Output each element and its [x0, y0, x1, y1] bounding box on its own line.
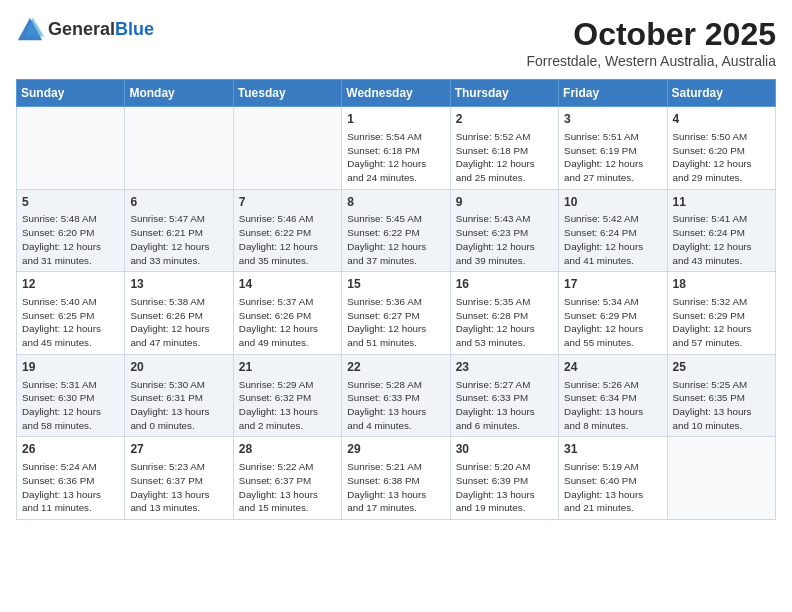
- day-info: Sunrise: 5:46 AM Sunset: 6:22 PM Dayligh…: [239, 212, 336, 267]
- day-info: Sunrise: 5:54 AM Sunset: 6:18 PM Dayligh…: [347, 130, 444, 185]
- day-number: 30: [456, 441, 553, 458]
- day-info: Sunrise: 5:40 AM Sunset: 6:25 PM Dayligh…: [22, 295, 119, 350]
- calendar-day-header: Wednesday: [342, 80, 450, 107]
- day-number: 31: [564, 441, 661, 458]
- day-number: 13: [130, 276, 227, 293]
- day-info: Sunrise: 5:34 AM Sunset: 6:29 PM Dayligh…: [564, 295, 661, 350]
- day-number: 2: [456, 111, 553, 128]
- day-info: Sunrise: 5:23 AM Sunset: 6:37 PM Dayligh…: [130, 460, 227, 515]
- day-info: Sunrise: 5:47 AM Sunset: 6:21 PM Dayligh…: [130, 212, 227, 267]
- day-number: 16: [456, 276, 553, 293]
- calendar-cell: 6Sunrise: 5:47 AM Sunset: 6:21 PM Daylig…: [125, 189, 233, 272]
- calendar-cell: 21Sunrise: 5:29 AM Sunset: 6:32 PM Dayli…: [233, 354, 341, 437]
- calendar-day-header: Saturday: [667, 80, 775, 107]
- calendar-cell: 9Sunrise: 5:43 AM Sunset: 6:23 PM Daylig…: [450, 189, 558, 272]
- logo-blue-text: Blue: [115, 19, 154, 39]
- day-info: Sunrise: 5:21 AM Sunset: 6:38 PM Dayligh…: [347, 460, 444, 515]
- calendar-header-row: SundayMondayTuesdayWednesdayThursdayFrid…: [17, 80, 776, 107]
- calendar-cell: 24Sunrise: 5:26 AM Sunset: 6:34 PM Dayli…: [559, 354, 667, 437]
- day-info: Sunrise: 5:52 AM Sunset: 6:18 PM Dayligh…: [456, 130, 553, 185]
- day-info: Sunrise: 5:26 AM Sunset: 6:34 PM Dayligh…: [564, 378, 661, 433]
- day-number: 18: [673, 276, 770, 293]
- day-number: 29: [347, 441, 444, 458]
- day-number: 8: [347, 194, 444, 211]
- day-number: 3: [564, 111, 661, 128]
- calendar-cell: 17Sunrise: 5:34 AM Sunset: 6:29 PM Dayli…: [559, 272, 667, 355]
- day-info: Sunrise: 5:28 AM Sunset: 6:33 PM Dayligh…: [347, 378, 444, 433]
- day-number: 23: [456, 359, 553, 376]
- calendar-cell: 4Sunrise: 5:50 AM Sunset: 6:20 PM Daylig…: [667, 107, 775, 190]
- day-info: Sunrise: 5:38 AM Sunset: 6:26 PM Dayligh…: [130, 295, 227, 350]
- calendar-title: October 2025: [526, 16, 776, 53]
- calendar-cell: [125, 107, 233, 190]
- calendar-cell: 11Sunrise: 5:41 AM Sunset: 6:24 PM Dayli…: [667, 189, 775, 272]
- day-info: Sunrise: 5:31 AM Sunset: 6:30 PM Dayligh…: [22, 378, 119, 433]
- day-info: Sunrise: 5:37 AM Sunset: 6:26 PM Dayligh…: [239, 295, 336, 350]
- calendar-cell: 28Sunrise: 5:22 AM Sunset: 6:37 PM Dayli…: [233, 437, 341, 520]
- day-number: 17: [564, 276, 661, 293]
- day-info: Sunrise: 5:41 AM Sunset: 6:24 PM Dayligh…: [673, 212, 770, 267]
- calendar-cell: 8Sunrise: 5:45 AM Sunset: 6:22 PM Daylig…: [342, 189, 450, 272]
- calendar-cell: 7Sunrise: 5:46 AM Sunset: 6:22 PM Daylig…: [233, 189, 341, 272]
- calendar-day-header: Friday: [559, 80, 667, 107]
- calendar-day-header: Sunday: [17, 80, 125, 107]
- calendar-cell: [17, 107, 125, 190]
- day-info: Sunrise: 5:32 AM Sunset: 6:29 PM Dayligh…: [673, 295, 770, 350]
- day-number: 21: [239, 359, 336, 376]
- calendar-cell: 1Sunrise: 5:54 AM Sunset: 6:18 PM Daylig…: [342, 107, 450, 190]
- calendar-cell: 3Sunrise: 5:51 AM Sunset: 6:19 PM Daylig…: [559, 107, 667, 190]
- logo: GeneralBlue: [16, 16, 154, 44]
- day-info: Sunrise: 5:20 AM Sunset: 6:39 PM Dayligh…: [456, 460, 553, 515]
- day-info: Sunrise: 5:27 AM Sunset: 6:33 PM Dayligh…: [456, 378, 553, 433]
- calendar-cell: 19Sunrise: 5:31 AM Sunset: 6:30 PM Dayli…: [17, 354, 125, 437]
- day-number: 22: [347, 359, 444, 376]
- day-info: Sunrise: 5:42 AM Sunset: 6:24 PM Dayligh…: [564, 212, 661, 267]
- calendar-cell: 30Sunrise: 5:20 AM Sunset: 6:39 PM Dayli…: [450, 437, 558, 520]
- calendar-cell: 15Sunrise: 5:36 AM Sunset: 6:27 PM Dayli…: [342, 272, 450, 355]
- day-number: 11: [673, 194, 770, 211]
- day-info: Sunrise: 5:51 AM Sunset: 6:19 PM Dayligh…: [564, 130, 661, 185]
- calendar-week-row: 12Sunrise: 5:40 AM Sunset: 6:25 PM Dayli…: [17, 272, 776, 355]
- day-number: 20: [130, 359, 227, 376]
- calendar-cell: 26Sunrise: 5:24 AM Sunset: 6:36 PM Dayli…: [17, 437, 125, 520]
- day-info: Sunrise: 5:45 AM Sunset: 6:22 PM Dayligh…: [347, 212, 444, 267]
- calendar-cell: 27Sunrise: 5:23 AM Sunset: 6:37 PM Dayli…: [125, 437, 233, 520]
- calendar-day-header: Thursday: [450, 80, 558, 107]
- day-info: Sunrise: 5:19 AM Sunset: 6:40 PM Dayligh…: [564, 460, 661, 515]
- day-info: Sunrise: 5:43 AM Sunset: 6:23 PM Dayligh…: [456, 212, 553, 267]
- day-info: Sunrise: 5:35 AM Sunset: 6:28 PM Dayligh…: [456, 295, 553, 350]
- calendar-cell: 22Sunrise: 5:28 AM Sunset: 6:33 PM Dayli…: [342, 354, 450, 437]
- day-info: Sunrise: 5:48 AM Sunset: 6:20 PM Dayligh…: [22, 212, 119, 267]
- day-number: 9: [456, 194, 553, 211]
- logo-icon: [16, 16, 44, 44]
- calendar-cell: 20Sunrise: 5:30 AM Sunset: 6:31 PM Dayli…: [125, 354, 233, 437]
- title-block: October 2025 Forrestdale, Western Austra…: [526, 16, 776, 69]
- day-info: Sunrise: 5:50 AM Sunset: 6:20 PM Dayligh…: [673, 130, 770, 185]
- day-number: 6: [130, 194, 227, 211]
- day-info: Sunrise: 5:25 AM Sunset: 6:35 PM Dayligh…: [673, 378, 770, 433]
- day-number: 5: [22, 194, 119, 211]
- day-info: Sunrise: 5:24 AM Sunset: 6:36 PM Dayligh…: [22, 460, 119, 515]
- calendar-cell: [667, 437, 775, 520]
- day-number: 26: [22, 441, 119, 458]
- day-number: 10: [564, 194, 661, 211]
- day-number: 4: [673, 111, 770, 128]
- day-number: 14: [239, 276, 336, 293]
- day-info: Sunrise: 5:30 AM Sunset: 6:31 PM Dayligh…: [130, 378, 227, 433]
- calendar-subtitle: Forrestdale, Western Australia, Australi…: [526, 53, 776, 69]
- calendar-cell: 5Sunrise: 5:48 AM Sunset: 6:20 PM Daylig…: [17, 189, 125, 272]
- day-info: Sunrise: 5:22 AM Sunset: 6:37 PM Dayligh…: [239, 460, 336, 515]
- calendar-cell: 10Sunrise: 5:42 AM Sunset: 6:24 PM Dayli…: [559, 189, 667, 272]
- calendar-cell: 31Sunrise: 5:19 AM Sunset: 6:40 PM Dayli…: [559, 437, 667, 520]
- calendar-cell: 14Sunrise: 5:37 AM Sunset: 6:26 PM Dayli…: [233, 272, 341, 355]
- calendar-day-header: Monday: [125, 80, 233, 107]
- calendar-cell: 18Sunrise: 5:32 AM Sunset: 6:29 PM Dayli…: [667, 272, 775, 355]
- logo-general-text: General: [48, 19, 115, 39]
- day-number: 24: [564, 359, 661, 376]
- calendar-cell: [233, 107, 341, 190]
- calendar-cell: 29Sunrise: 5:21 AM Sunset: 6:38 PM Dayli…: [342, 437, 450, 520]
- calendar-cell: 2Sunrise: 5:52 AM Sunset: 6:18 PM Daylig…: [450, 107, 558, 190]
- calendar-week-row: 19Sunrise: 5:31 AM Sunset: 6:30 PM Dayli…: [17, 354, 776, 437]
- day-info: Sunrise: 5:29 AM Sunset: 6:32 PM Dayligh…: [239, 378, 336, 433]
- day-number: 15: [347, 276, 444, 293]
